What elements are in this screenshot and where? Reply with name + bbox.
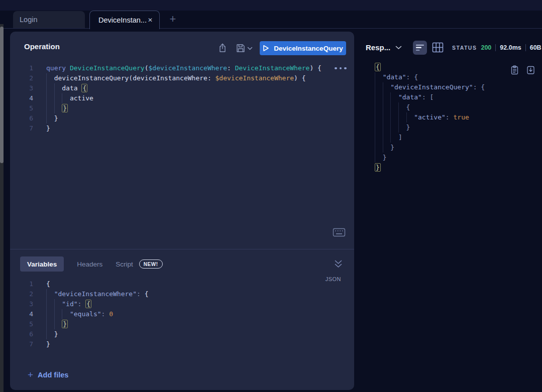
code-line: 7} bbox=[10, 123, 354, 134]
chevron-down-icon bbox=[247, 47, 253, 51]
line-number: 7 bbox=[10, 123, 33, 134]
code-line: 4 "equals": 0 bbox=[10, 309, 354, 319]
tab-script[interactable]: Script bbox=[116, 260, 133, 268]
share-button[interactable] bbox=[218, 43, 227, 53]
variables-editor[interactable]: 1{2 "deviceInstanceWhere": {3 "id": {4 "… bbox=[10, 279, 354, 349]
code-line: 2 deviceInstanceQuery(deviceInstanceWher… bbox=[10, 73, 354, 83]
operation-panel-title: Operation bbox=[24, 42, 60, 51]
line-number: 3 bbox=[10, 299, 33, 309]
save-options-chevron[interactable] bbox=[247, 47, 253, 51]
response-status-bar: STATUS 200 92.0ms 60B bbox=[452, 44, 541, 52]
line-number: 6 bbox=[10, 329, 33, 339]
code-line: { bbox=[372, 102, 537, 112]
code-line: } bbox=[372, 122, 537, 133]
response-viewer[interactable]: { "data": { "deviceInstanceQuery": { "da… bbox=[372, 62, 537, 173]
line-number: 1 bbox=[10, 279, 33, 289]
response-size: 60B bbox=[530, 44, 541, 51]
formatted-view-button[interactable] bbox=[413, 41, 427, 55]
table-view-button[interactable] bbox=[432, 42, 444, 53]
line-number: 6 bbox=[10, 113, 33, 123]
code-line: } bbox=[372, 143, 537, 153]
status-code: 200 bbox=[481, 44, 491, 51]
code-line: 6 } bbox=[10, 329, 354, 339]
code-line: 2 "deviceInstanceWhere": { bbox=[10, 289, 354, 299]
response-title: Resp... bbox=[366, 43, 390, 52]
request-tabs: Variables Headers Script NEW! bbox=[20, 256, 163, 272]
code-line: 3 "id": { bbox=[10, 299, 354, 309]
code-line: 4 active bbox=[10, 93, 354, 103]
status-separator bbox=[495, 44, 496, 51]
tab-login[interactable]: Login bbox=[13, 11, 85, 28]
plus-icon: + bbox=[28, 370, 33, 379]
status-label: STATUS bbox=[452, 45, 477, 51]
panel-divider bbox=[10, 249, 354, 249]
response-duration: 92.0ms bbox=[500, 44, 521, 51]
save-button[interactable] bbox=[236, 44, 245, 53]
code-line: 5 } bbox=[10, 103, 354, 113]
tab-headers[interactable]: Headers bbox=[77, 260, 102, 268]
code-line: 6 } bbox=[10, 113, 354, 123]
tab-label: Login bbox=[20, 16, 37, 24]
code-line: 3 data { bbox=[10, 83, 354, 93]
tab-label: DeviceInstan... bbox=[98, 16, 147, 24]
scrollbar-thumb[interactable] bbox=[0, 27, 4, 163]
document-tab-bar: Login DeviceInstan... ✕ + bbox=[0, 11, 542, 29]
code-line: 7} bbox=[10, 339, 354, 349]
run-query-label: DeviceInstanceQuery bbox=[274, 45, 343, 52]
code-line: { bbox=[372, 62, 537, 72]
add-files-label: Add files bbox=[38, 371, 68, 379]
line-number: 3 bbox=[10, 83, 33, 93]
code-line: } bbox=[372, 153, 537, 163]
response-selector[interactable]: Resp... bbox=[366, 43, 402, 52]
add-files-button[interactable]: + Add files bbox=[28, 370, 68, 379]
code-line: "deviceInstanceQuery": { bbox=[372, 82, 537, 92]
table-icon bbox=[432, 42, 444, 53]
status-separator bbox=[525, 44, 526, 51]
run-query-button[interactable]: DeviceInstanceQuery bbox=[260, 41, 346, 55]
operation-editor[interactable]: 1query DeviceInstanceQuery($deviceInstan… bbox=[10, 63, 354, 134]
code-line: "data": [ bbox=[372, 92, 537, 102]
line-number: 2 bbox=[10, 73, 33, 83]
code-line: "active": true bbox=[372, 112, 537, 122]
share-icon bbox=[218, 43, 227, 53]
code-line: ] bbox=[372, 133, 537, 143]
close-tab-icon[interactable]: ✕ bbox=[147, 16, 154, 25]
line-number: 5 bbox=[10, 319, 33, 329]
new-badge: NEW! bbox=[139, 259, 163, 269]
chevron-down-icon bbox=[395, 46, 402, 50]
collapse-panel-button[interactable] bbox=[334, 260, 343, 268]
save-icon bbox=[236, 44, 245, 53]
tab-device-instance-query[interactable]: DeviceInstan... ✕ bbox=[89, 11, 160, 29]
line-number: 4 bbox=[10, 309, 33, 319]
window-top-strip bbox=[0, 0, 542, 11]
line-number: 7 bbox=[10, 339, 33, 349]
keyboard-icon bbox=[333, 227, 346, 237]
new-tab-button[interactable]: + bbox=[166, 12, 179, 27]
line-number: 1 bbox=[10, 63, 33, 73]
code-line: "data": { bbox=[372, 72, 537, 82]
keyboard-shortcuts-button[interactable] bbox=[333, 227, 346, 237]
code-line: 5 } bbox=[10, 319, 354, 329]
play-icon bbox=[263, 45, 269, 52]
operation-panel: Operation DeviceInstanceQuery 1query Dev… bbox=[10, 32, 354, 390]
format-lines-icon bbox=[415, 44, 425, 52]
line-number: 4 bbox=[10, 93, 33, 103]
line-number: 2 bbox=[10, 289, 33, 299]
code-line: 1query DeviceInstanceQuery($deviceInstan… bbox=[10, 63, 354, 73]
code-line: 1{ bbox=[10, 279, 354, 289]
line-number: 5 bbox=[10, 103, 33, 113]
double-chevron-down-icon bbox=[334, 260, 343, 268]
code-line: } bbox=[372, 163, 537, 173]
window-scrollbar[interactable] bbox=[0, 24, 4, 392]
tab-variables[interactable]: Variables bbox=[20, 256, 64, 272]
